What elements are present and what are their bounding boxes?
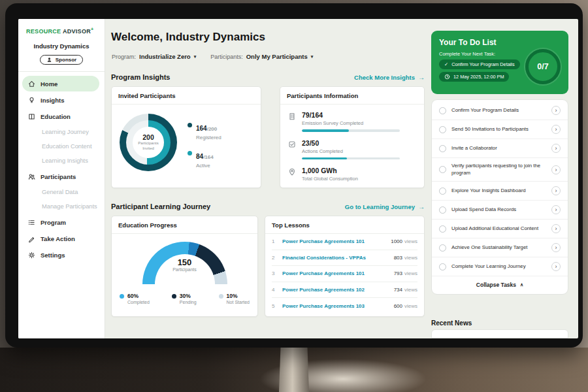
check-more-insights-link[interactable]: Check More Insights →: [354, 74, 425, 81]
task-row-verify-participants[interactable]: Verify participants requesting to join t…: [432, 158, 568, 182]
task-row-confirm-program[interactable]: Confirm Your Program Details ›: [432, 101, 568, 120]
filter-bar: Program: Industrialize Zero ▾ Participan…: [112, 53, 313, 60]
lesson-row[interactable]: 1 Power Purchase Agreements 101 1000view…: [272, 234, 417, 250]
sidebar-item-education[interactable]: Education: [22, 108, 99, 124]
go-to-learning-journey-link[interactable]: Go to Learning Journey →: [345, 203, 425, 210]
task-row-invite-collaborator[interactable]: Invite a Collaborator ›: [432, 139, 568, 158]
todo-title: Your To Do List: [439, 38, 561, 47]
task-chevron-button[interactable]: ›: [551, 106, 561, 115]
monitor-bezel: RESOURCE ADVISOR+ Industry Dynamics Spon…: [5, 3, 583, 348]
task-chevron-button[interactable]: ›: [551, 165, 561, 174]
monitor-stand: [279, 342, 309, 392]
card-title: Participants Information: [280, 87, 424, 105]
org-name: Industry Dynamics: [18, 42, 105, 50]
lightbulb-icon: [27, 96, 35, 104]
task-chevron-button[interactable]: ›: [551, 224, 561, 233]
pencil-icon: [27, 235, 35, 242]
sidebar-item-label: Education: [41, 113, 71, 120]
sidebar-item-home[interactable]: Home: [22, 76, 99, 91]
legend-dot: [188, 151, 192, 155]
lesson-link[interactable]: Power Purchase Agreements 102: [282, 287, 394, 293]
sidebar-nav: Home Insights Education Learning Journey…: [18, 76, 105, 263]
task-chevron-button[interactable]: ›: [551, 186, 561, 195]
invited-participants-card: Invited Participants 200 Participants In…: [111, 86, 261, 188]
task-checkbox[interactable]: [439, 225, 446, 233]
task-checkbox[interactable]: [439, 188, 446, 195]
check-icon: ✓: [444, 61, 448, 67]
app-window: RESOURCE ADVISOR+ Industry Dynamics Spon…: [18, 19, 578, 338]
donut-legend: 164/200 Registered 84/164 Active: [188, 114, 221, 171]
sponsor-badge[interactable]: Sponsor: [40, 55, 83, 65]
sidebar-item-settings[interactable]: Settings: [22, 247, 99, 263]
checklist-icon: [288, 139, 296, 160]
sidebar-item-take-action[interactable]: Take Action: [22, 231, 99, 246]
chevron-right-icon: ›: [555, 167, 557, 173]
task-checkbox[interactable]: [439, 126, 446, 133]
sidebar-item-general-data[interactable]: General Data: [18, 185, 105, 199]
task-chevron-button[interactable]: ›: [551, 205, 561, 214]
task-chevron-button[interactable]: ›: [551, 243, 561, 252]
task-row-send-invitations[interactable]: Send 50 Invitations to Participants ›: [432, 120, 568, 139]
sidebar-item-manage-participants[interactable]: Manage Participants: [18, 199, 105, 214]
stat-emission-survey: 79/164 Emission Survey Completed: [288, 111, 416, 132]
sidebar-item-education-content[interactable]: Education Content: [18, 139, 105, 154]
sidebar-item-label: Home: [41, 80, 57, 88]
legend-item-completed: 60% Completed: [120, 293, 150, 304]
task-checkbox[interactable]: [439, 263, 446, 270]
lesson-row[interactable]: 4 Power Purchase Agreements 102 734views: [272, 282, 417, 299]
sidebar-item-participants[interactable]: Participants: [22, 169, 99, 184]
location-pin-icon: [288, 167, 296, 182]
lesson-row[interactable]: 5 Power Purchase Agreements 103 600views: [272, 298, 417, 314]
lesson-row[interactable]: 2 Financial Considerations - VPPAs 803vi…: [272, 250, 417, 267]
next-task-pill[interactable]: ✓ Confirm Your Program Details: [439, 59, 520, 69]
person-icon: [46, 57, 52, 63]
task-row-upload-educational-content[interactable]: Upload Additional Educational Content ›: [432, 220, 568, 238]
legend-item-not-started: 10% Not Started: [219, 293, 250, 304]
participants-select[interactable]: Only My Participants ▾: [246, 53, 314, 60]
chevron-down-icon: ▾: [194, 54, 197, 59]
task-row-achieve-target[interactable]: Achieve One Sustainability Target ›: [432, 238, 568, 257]
task-checkbox[interactable]: [439, 206, 446, 214]
program-filter-label: Program:: [112, 54, 136, 60]
task-checkbox[interactable]: [439, 166, 446, 173]
recent-news-card: [431, 329, 568, 338]
sidebar-item-insights[interactable]: Insights: [22, 92, 99, 108]
task-row-complete-learning-journey[interactable]: Complete Your Learning Journey ›: [432, 257, 568, 276]
gauge-center-value: 150: [142, 257, 227, 267]
sidebar-divider: [18, 71, 105, 72]
task-chevron-button[interactable]: ›: [551, 144, 561, 153]
task-checkbox[interactable]: [439, 244, 446, 252]
sidebar-item-program[interactable]: Program: [22, 214, 99, 230]
chevron-right-icon: ›: [555, 244, 557, 251]
sidebar-item-learning-journey[interactable]: Learning Journey: [18, 125, 105, 139]
building-icon: [288, 111, 296, 132]
lesson-row[interactable]: 3 Power Purchase Agreements 101 793views: [272, 266, 417, 282]
education-progress-card: Education Progress 150 Participants 60% …: [111, 216, 258, 317]
task-chevron-button[interactable]: ›: [551, 262, 561, 271]
task-chevron-button[interactable]: ›: [551, 125, 561, 134]
lesson-link[interactable]: Power Purchase Agreements 101: [282, 238, 391, 244]
logo-text-advisor: ADVISOR: [63, 28, 91, 35]
lesson-link[interactable]: Power Purchase Agreements 103: [282, 303, 394, 309]
recent-news-title: Recent News: [431, 319, 472, 327]
donut-center-label: Participants Invited: [134, 141, 163, 152]
gauge-center-label: Participants: [142, 267, 227, 272]
task-checkbox[interactable]: [439, 107, 446, 114]
collapse-tasks-button[interactable]: Collapse Tasks ∧: [432, 276, 568, 293]
program-select[interactable]: Industrialize Zero ▾: [139, 53, 196, 60]
task-row-upload-spend-data[interactable]: Upload Spend Data Records ›: [432, 201, 568, 220]
desk-light-reflection: [248, 356, 438, 392]
due-date-pill: 12 May 2025, 12:00 PM: [439, 72, 509, 82]
lesson-link[interactable]: Financial Considerations - VPPAs: [282, 255, 394, 261]
lesson-link[interactable]: Power Purchase Agreements 101: [282, 270, 394, 276]
task-row-explore-insights[interactable]: Explore Your Insights Dashboard ›: [432, 182, 568, 201]
sponsor-badge-label: Sponsor: [56, 57, 76, 63]
task-checkbox[interactable]: [439, 145, 446, 152]
sidebar-item-learning-insights[interactable]: Learning Insights: [18, 154, 105, 168]
logo-text-resource: RESOURCE: [26, 28, 61, 35]
sidebar-item-label: Participants: [41, 173, 76, 180]
legend-item-active: 84/164 Active: [188, 150, 221, 169]
top-lessons-card: Top Lessons 1 Power Purchase Agreements …: [265, 216, 425, 317]
legend-dot: [172, 294, 176, 299]
sidebar: RESOURCE ADVISOR+ Industry Dynamics Spon…: [18, 19, 105, 338]
